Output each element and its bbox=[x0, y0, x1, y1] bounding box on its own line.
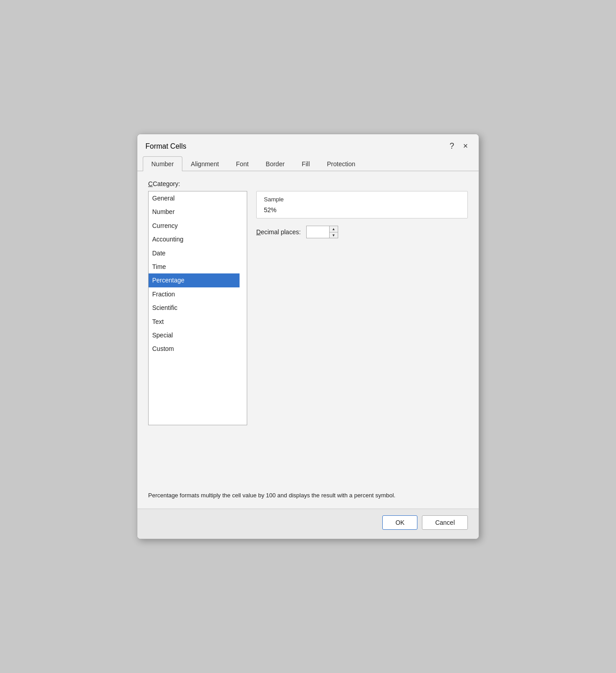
decimal-places-row: Decimal places: 0 ▲ ▼ bbox=[256, 226, 468, 238]
tab-alignment[interactable]: Alignment bbox=[182, 156, 227, 171]
list-item[interactable]: Currency bbox=[149, 219, 240, 232]
category-list: General Number Currency Accounting Date … bbox=[149, 191, 240, 356]
close-button[interactable]: × bbox=[460, 141, 471, 152]
list-item[interactable]: Time bbox=[149, 260, 240, 273]
list-item[interactable]: Fraction bbox=[149, 287, 240, 301]
help-button[interactable]: ? bbox=[447, 141, 457, 152]
tab-protection[interactable]: Protection bbox=[318, 156, 364, 171]
tab-number[interactable]: Number bbox=[143, 156, 182, 171]
category-list-inner[interactable]: General Number Currency Accounting Date … bbox=[149, 191, 247, 425]
cancel-button[interactable]: Cancel bbox=[422, 515, 468, 530]
tab-border[interactable]: Border bbox=[257, 156, 293, 171]
ok-button[interactable]: OK bbox=[382, 515, 417, 530]
sample-box: Sample 52% bbox=[256, 191, 468, 218]
spinner-buttons: ▲ ▼ bbox=[329, 226, 338, 238]
list-item[interactable]: Date bbox=[149, 246, 240, 260]
dialog-body: CCategory: General Number Currency Accou… bbox=[137, 171, 479, 509]
description-text: Percentage formats multiply the cell val… bbox=[148, 491, 468, 500]
decimal-input[interactable]: 0 bbox=[307, 227, 329, 237]
list-item-selected[interactable]: Percentage bbox=[149, 273, 240, 287]
right-panel: Sample 52% Decimal places: 0 ▲ ▼ bbox=[256, 191, 468, 484]
spinner-down-button[interactable]: ▼ bbox=[330, 232, 338, 238]
description-area: Percentage formats multiply the cell val… bbox=[148, 484, 468, 500]
decimal-spinner[interactable]: 0 ▲ ▼ bbox=[306, 226, 338, 238]
title-bar-left: Format Cells bbox=[145, 142, 186, 150]
list-item[interactable]: Number bbox=[149, 205, 240, 218]
sample-label: Sample bbox=[264, 196, 460, 203]
tab-bar: Number Alignment Font Border Fill Protec… bbox=[137, 156, 479, 171]
list-item[interactable]: Special bbox=[149, 328, 240, 342]
title-bar-right: ? × bbox=[447, 141, 471, 152]
decimal-places-label: Decimal places: bbox=[256, 228, 301, 236]
sample-value: 52% bbox=[264, 206, 460, 214]
tab-fill[interactable]: Fill bbox=[293, 156, 318, 171]
content-area: General Number Currency Accounting Date … bbox=[148, 191, 468, 484]
dialog-title: Format Cells bbox=[145, 142, 186, 150]
dialog-footer: OK Cancel bbox=[137, 509, 479, 539]
title-bar: Format Cells ? × bbox=[137, 134, 479, 156]
list-item[interactable]: General bbox=[149, 191, 240, 205]
category-listbox[interactable]: General Number Currency Accounting Date … bbox=[148, 191, 247, 425]
tab-font[interactable]: Font bbox=[227, 156, 257, 171]
category-label: CCategory: bbox=[148, 180, 468, 187]
list-item[interactable]: Accounting bbox=[149, 232, 240, 246]
format-cells-dialog: Format Cells ? × Number Alignment Font B… bbox=[137, 134, 479, 539]
list-item[interactable]: Custom bbox=[149, 342, 240, 355]
list-item[interactable]: Scientific bbox=[149, 301, 240, 314]
spinner-up-button[interactable]: ▲ bbox=[330, 226, 338, 232]
list-item[interactable]: Text bbox=[149, 315, 240, 328]
